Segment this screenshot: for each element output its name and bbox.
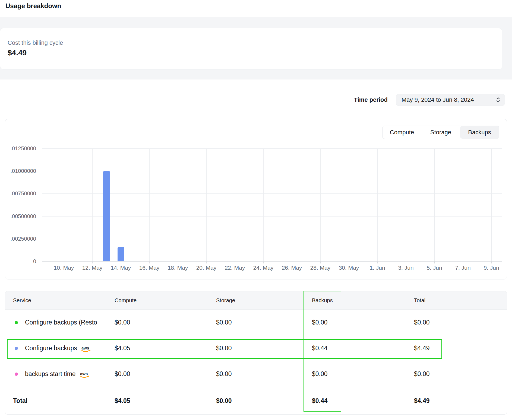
y-gridline bbox=[42, 193, 502, 194]
x-gridline bbox=[235, 148, 235, 261]
updown-chevron-icon bbox=[496, 97, 500, 103]
y-axis-tick-label: .01250000 bbox=[5, 146, 36, 151]
column-header-service: Service bbox=[13, 297, 115, 304]
x-gridline bbox=[263, 148, 264, 261]
total-row-label: Total bbox=[13, 397, 115, 405]
x-gridline bbox=[292, 148, 292, 261]
tab-backups[interactable]: Backups bbox=[460, 126, 499, 139]
total-compute-value: $4.05 bbox=[115, 397, 216, 405]
column-header-total: Total bbox=[414, 297, 507, 304]
total-value: $0.00 bbox=[414, 370, 507, 378]
x-axis-tick bbox=[320, 261, 321, 263]
service-cell: Configure backups (Resto bbox=[13, 319, 115, 326]
y-gridline bbox=[42, 261, 502, 262]
usage-table: Service Compute Storage Backups Total Co… bbox=[5, 291, 507, 415]
service-cell: backups start time aws bbox=[13, 370, 115, 378]
cost-summary-card: Cost this billing cycle $4.49 bbox=[0, 28, 502, 69]
chart-metric-tabs: Compute Storage Backups bbox=[382, 126, 499, 139]
column-header-backups: Backups bbox=[312, 297, 414, 304]
y-gridline bbox=[42, 239, 502, 239]
usage-bar[interactable] bbox=[118, 247, 124, 261]
x-axis-tick bbox=[491, 261, 492, 263]
tab-storage[interactable]: Storage bbox=[421, 126, 460, 139]
x-axis-tick bbox=[64, 261, 64, 263]
x-axis-tick-label: 30. May bbox=[339, 265, 359, 271]
service-name: Configure backups (Resto bbox=[25, 319, 97, 326]
time-period-value: May 9, 2024 to Jun 8, 2024 bbox=[402, 96, 474, 103]
column-header-storage: Storage bbox=[216, 297, 312, 304]
x-gridline bbox=[206, 148, 207, 261]
svg-text:aws: aws bbox=[80, 371, 88, 376]
total-total-value: $4.49 bbox=[414, 397, 507, 405]
x-axis-tick bbox=[406, 261, 406, 263]
usage-bar[interactable] bbox=[103, 171, 110, 261]
y-gridline bbox=[42, 216, 502, 217]
x-gridline bbox=[178, 148, 178, 261]
service-name: Configure backups bbox=[25, 345, 77, 352]
x-axis-tick-label: 16. May bbox=[139, 265, 160, 271]
x-gridline bbox=[406, 148, 406, 261]
compute-value: $4.05 bbox=[115, 345, 216, 352]
x-gridline bbox=[434, 148, 435, 261]
column-header-compute: Compute bbox=[115, 297, 216, 304]
x-axis-tick-label: 12. May bbox=[82, 265, 103, 271]
x-axis-tick bbox=[349, 261, 349, 263]
page-title: Usage breakdown bbox=[5, 2, 61, 10]
compute-value: $0.00 bbox=[115, 370, 216, 378]
cost-cycle-value: $4.49 bbox=[8, 48, 495, 58]
x-axis-tick bbox=[434, 261, 435, 263]
x-axis-tick bbox=[178, 261, 178, 263]
y-axis-tick-label: 0 bbox=[5, 259, 36, 264]
x-axis-tick-label: 18. May bbox=[168, 265, 188, 271]
compute-value: $0.00 bbox=[115, 319, 216, 326]
usage-breakdown-page: Usage breakdown Cost this billing cycle … bbox=[0, 0, 512, 420]
time-period-row: Time period May 9, 2024 to Jun 8, 2024 bbox=[0, 94, 505, 106]
total-value: $4.49 bbox=[414, 345, 507, 352]
x-axis-tick-label: 10. May bbox=[54, 265, 74, 271]
summary-section: Cost this billing cycle $4.49 bbox=[0, 17, 512, 79]
x-axis-tick bbox=[292, 261, 292, 263]
backups-value: $0.44 bbox=[312, 345, 414, 352]
y-gridline bbox=[42, 148, 502, 149]
series-dot-green bbox=[15, 321, 18, 324]
bar-chart-plot-area bbox=[42, 148, 502, 261]
table-row: backups start time aws $0.00 $0.00 $0.00… bbox=[5, 361, 507, 387]
backups-value: $0.00 bbox=[312, 319, 414, 326]
x-gridline bbox=[149, 148, 150, 261]
x-gridline bbox=[377, 148, 378, 261]
backups-value: $0.00 bbox=[312, 370, 414, 378]
table-header-row: Service Compute Storage Backups Total bbox=[5, 291, 507, 310]
y-axis-tick-label: .00500000 bbox=[5, 214, 36, 219]
series-dot-pink bbox=[15, 373, 18, 376]
x-axis-tick-label: 22. May bbox=[225, 265, 245, 271]
usage-chart-card: Compute Storage Backups .01250000.010000… bbox=[5, 119, 507, 279]
x-axis-tick bbox=[121, 261, 121, 263]
total-backups-value: $0.44 bbox=[312, 397, 414, 405]
x-axis-tick-label: 24. May bbox=[253, 265, 274, 271]
time-period-select[interactable]: May 9, 2024 to Jun 8, 2024 bbox=[396, 94, 505, 106]
table-total-row: Total $4.05 $0.00 $0.44 $4.49 bbox=[5, 387, 507, 415]
x-axis-tick bbox=[92, 261, 93, 263]
x-gridline bbox=[349, 148, 349, 261]
x-axis-tick bbox=[263, 261, 264, 263]
service-cell: Configure backups aws bbox=[13, 345, 115, 352]
table-row: Configure backups aws $4.05 $0.00 $0.44 … bbox=[5, 335, 507, 361]
storage-value: $0.00 bbox=[216, 345, 312, 352]
x-gridline bbox=[491, 148, 492, 261]
x-axis-tick-label: 7. Jun bbox=[455, 265, 470, 271]
x-axis-tick-label: 1. Jun bbox=[369, 265, 385, 271]
tab-compute[interactable]: Compute bbox=[383, 126, 421, 139]
x-gridline bbox=[64, 148, 64, 261]
storage-value: $0.00 bbox=[216, 370, 312, 378]
time-period-label: Time period bbox=[354, 96, 388, 103]
cost-cycle-label: Cost this billing cycle bbox=[8, 39, 495, 47]
x-axis-tick-label: 14. May bbox=[111, 265, 131, 271]
table-row: Configure backups (Resto $0.00 $0.00 $0.… bbox=[5, 310, 507, 335]
x-axis-tick-label: 20. May bbox=[196, 265, 217, 271]
x-axis-tick bbox=[377, 261, 378, 263]
x-gridline bbox=[121, 148, 121, 261]
x-axis-tick bbox=[235, 261, 235, 263]
x-axis-tick bbox=[463, 261, 463, 263]
x-axis-tick-label: 5. Jun bbox=[426, 265, 442, 271]
x-gridline bbox=[463, 148, 463, 261]
